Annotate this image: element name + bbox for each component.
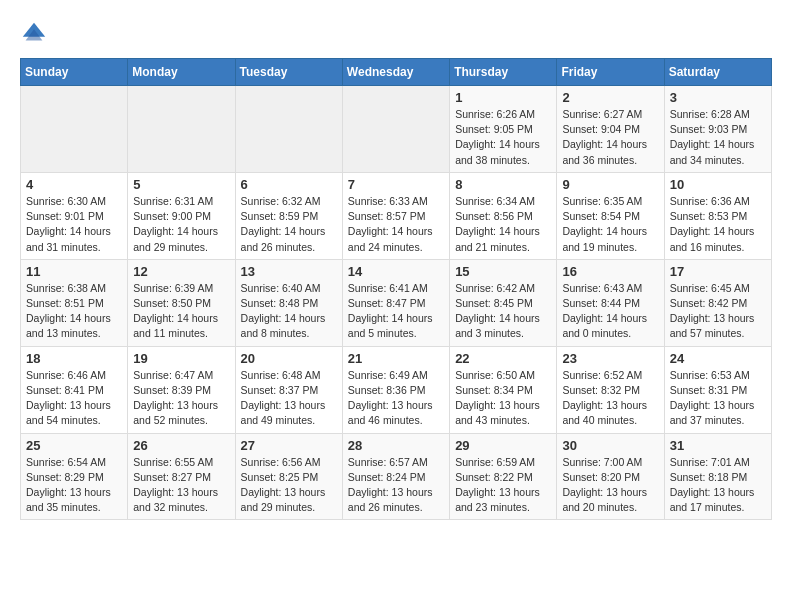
header-friday: Friday: [557, 59, 664, 86]
day-number: 4: [26, 177, 122, 192]
calendar-cell: [128, 86, 235, 173]
calendar-cell: 11Sunrise: 6:38 AM Sunset: 8:51 PM Dayli…: [21, 259, 128, 346]
day-info: Sunrise: 6:36 AM Sunset: 8:53 PM Dayligh…: [670, 194, 766, 255]
calendar-cell: 4Sunrise: 6:30 AM Sunset: 9:01 PM Daylig…: [21, 172, 128, 259]
header-row: SundayMondayTuesdayWednesdayThursdayFrid…: [21, 59, 772, 86]
header-tuesday: Tuesday: [235, 59, 342, 86]
day-number: 28: [348, 438, 444, 453]
calendar-cell: 6Sunrise: 6:32 AM Sunset: 8:59 PM Daylig…: [235, 172, 342, 259]
calendar-cell: 20Sunrise: 6:48 AM Sunset: 8:37 PM Dayli…: [235, 346, 342, 433]
day-info: Sunrise: 6:49 AM Sunset: 8:36 PM Dayligh…: [348, 368, 444, 429]
day-number: 19: [133, 351, 229, 366]
calendar-cell: 25Sunrise: 6:54 AM Sunset: 8:29 PM Dayli…: [21, 433, 128, 520]
calendar-cell: 29Sunrise: 6:59 AM Sunset: 8:22 PM Dayli…: [450, 433, 557, 520]
day-info: Sunrise: 6:32 AM Sunset: 8:59 PM Dayligh…: [241, 194, 337, 255]
day-info: Sunrise: 6:46 AM Sunset: 8:41 PM Dayligh…: [26, 368, 122, 429]
logo: [20, 20, 52, 48]
calendar-body: 1Sunrise: 6:26 AM Sunset: 9:05 PM Daylig…: [21, 86, 772, 520]
day-number: 26: [133, 438, 229, 453]
day-number: 21: [348, 351, 444, 366]
calendar-cell: 27Sunrise: 6:56 AM Sunset: 8:25 PM Dayli…: [235, 433, 342, 520]
calendar-cell: [21, 86, 128, 173]
day-number: 30: [562, 438, 658, 453]
calendar-header: SundayMondayTuesdayWednesdayThursdayFrid…: [21, 59, 772, 86]
calendar-cell: 9Sunrise: 6:35 AM Sunset: 8:54 PM Daylig…: [557, 172, 664, 259]
day-info: Sunrise: 6:39 AM Sunset: 8:50 PM Dayligh…: [133, 281, 229, 342]
calendar-cell: 28Sunrise: 6:57 AM Sunset: 8:24 PM Dayli…: [342, 433, 449, 520]
day-number: 1: [455, 90, 551, 105]
calendar-cell: 30Sunrise: 7:00 AM Sunset: 8:20 PM Dayli…: [557, 433, 664, 520]
logo-icon: [20, 20, 48, 48]
calendar-cell: 24Sunrise: 6:53 AM Sunset: 8:31 PM Dayli…: [664, 346, 771, 433]
day-info: Sunrise: 6:57 AM Sunset: 8:24 PM Dayligh…: [348, 455, 444, 516]
calendar-cell: 2Sunrise: 6:27 AM Sunset: 9:04 PM Daylig…: [557, 86, 664, 173]
day-number: 16: [562, 264, 658, 279]
day-info: Sunrise: 6:41 AM Sunset: 8:47 PM Dayligh…: [348, 281, 444, 342]
calendar-cell: 13Sunrise: 6:40 AM Sunset: 8:48 PM Dayli…: [235, 259, 342, 346]
day-info: Sunrise: 6:42 AM Sunset: 8:45 PM Dayligh…: [455, 281, 551, 342]
calendar-cell: 21Sunrise: 6:49 AM Sunset: 8:36 PM Dayli…: [342, 346, 449, 433]
day-number: 7: [348, 177, 444, 192]
page-header: [20, 20, 772, 48]
calendar-cell: 14Sunrise: 6:41 AM Sunset: 8:47 PM Dayli…: [342, 259, 449, 346]
week-row-1: 1Sunrise: 6:26 AM Sunset: 9:05 PM Daylig…: [21, 86, 772, 173]
calendar-cell: 19Sunrise: 6:47 AM Sunset: 8:39 PM Dayli…: [128, 346, 235, 433]
calendar-cell: 7Sunrise: 6:33 AM Sunset: 8:57 PM Daylig…: [342, 172, 449, 259]
day-info: Sunrise: 6:59 AM Sunset: 8:22 PM Dayligh…: [455, 455, 551, 516]
week-row-4: 18Sunrise: 6:46 AM Sunset: 8:41 PM Dayli…: [21, 346, 772, 433]
calendar-cell: 23Sunrise: 6:52 AM Sunset: 8:32 PM Dayli…: [557, 346, 664, 433]
calendar-cell: 3Sunrise: 6:28 AM Sunset: 9:03 PM Daylig…: [664, 86, 771, 173]
day-info: Sunrise: 6:28 AM Sunset: 9:03 PM Dayligh…: [670, 107, 766, 168]
day-number: 11: [26, 264, 122, 279]
day-info: Sunrise: 6:56 AM Sunset: 8:25 PM Dayligh…: [241, 455, 337, 516]
calendar-cell: 31Sunrise: 7:01 AM Sunset: 8:18 PM Dayli…: [664, 433, 771, 520]
day-number: 18: [26, 351, 122, 366]
day-number: 17: [670, 264, 766, 279]
day-info: Sunrise: 6:27 AM Sunset: 9:04 PM Dayligh…: [562, 107, 658, 168]
day-info: Sunrise: 6:35 AM Sunset: 8:54 PM Dayligh…: [562, 194, 658, 255]
day-number: 9: [562, 177, 658, 192]
day-info: Sunrise: 7:01 AM Sunset: 8:18 PM Dayligh…: [670, 455, 766, 516]
day-info: Sunrise: 6:33 AM Sunset: 8:57 PM Dayligh…: [348, 194, 444, 255]
calendar-cell: 12Sunrise: 6:39 AM Sunset: 8:50 PM Dayli…: [128, 259, 235, 346]
day-number: 13: [241, 264, 337, 279]
week-row-2: 4Sunrise: 6:30 AM Sunset: 9:01 PM Daylig…: [21, 172, 772, 259]
day-number: 3: [670, 90, 766, 105]
day-number: 29: [455, 438, 551, 453]
day-info: Sunrise: 6:48 AM Sunset: 8:37 PM Dayligh…: [241, 368, 337, 429]
calendar-cell: 22Sunrise: 6:50 AM Sunset: 8:34 PM Dayli…: [450, 346, 557, 433]
day-info: Sunrise: 6:45 AM Sunset: 8:42 PM Dayligh…: [670, 281, 766, 342]
header-monday: Monday: [128, 59, 235, 86]
day-number: 23: [562, 351, 658, 366]
day-info: Sunrise: 6:43 AM Sunset: 8:44 PM Dayligh…: [562, 281, 658, 342]
day-number: 10: [670, 177, 766, 192]
header-wednesday: Wednesday: [342, 59, 449, 86]
week-row-3: 11Sunrise: 6:38 AM Sunset: 8:51 PM Dayli…: [21, 259, 772, 346]
day-number: 15: [455, 264, 551, 279]
day-number: 20: [241, 351, 337, 366]
day-info: Sunrise: 6:50 AM Sunset: 8:34 PM Dayligh…: [455, 368, 551, 429]
day-info: Sunrise: 6:34 AM Sunset: 8:56 PM Dayligh…: [455, 194, 551, 255]
header-sunday: Sunday: [21, 59, 128, 86]
day-info: Sunrise: 6:31 AM Sunset: 9:00 PM Dayligh…: [133, 194, 229, 255]
calendar-cell: 8Sunrise: 6:34 AM Sunset: 8:56 PM Daylig…: [450, 172, 557, 259]
day-number: 27: [241, 438, 337, 453]
calendar-cell: 1Sunrise: 6:26 AM Sunset: 9:05 PM Daylig…: [450, 86, 557, 173]
day-number: 8: [455, 177, 551, 192]
day-info: Sunrise: 6:40 AM Sunset: 8:48 PM Dayligh…: [241, 281, 337, 342]
day-number: 22: [455, 351, 551, 366]
day-info: Sunrise: 6:26 AM Sunset: 9:05 PM Dayligh…: [455, 107, 551, 168]
calendar-cell: 17Sunrise: 6:45 AM Sunset: 8:42 PM Dayli…: [664, 259, 771, 346]
calendar-cell: 26Sunrise: 6:55 AM Sunset: 8:27 PM Dayli…: [128, 433, 235, 520]
day-info: Sunrise: 6:38 AM Sunset: 8:51 PM Dayligh…: [26, 281, 122, 342]
day-info: Sunrise: 6:30 AM Sunset: 9:01 PM Dayligh…: [26, 194, 122, 255]
calendar-cell: 5Sunrise: 6:31 AM Sunset: 9:00 PM Daylig…: [128, 172, 235, 259]
header-saturday: Saturday: [664, 59, 771, 86]
day-number: 5: [133, 177, 229, 192]
calendar-cell: [342, 86, 449, 173]
day-info: Sunrise: 7:00 AM Sunset: 8:20 PM Dayligh…: [562, 455, 658, 516]
week-row-5: 25Sunrise: 6:54 AM Sunset: 8:29 PM Dayli…: [21, 433, 772, 520]
day-info: Sunrise: 6:47 AM Sunset: 8:39 PM Dayligh…: [133, 368, 229, 429]
day-number: 6: [241, 177, 337, 192]
day-info: Sunrise: 6:53 AM Sunset: 8:31 PM Dayligh…: [670, 368, 766, 429]
